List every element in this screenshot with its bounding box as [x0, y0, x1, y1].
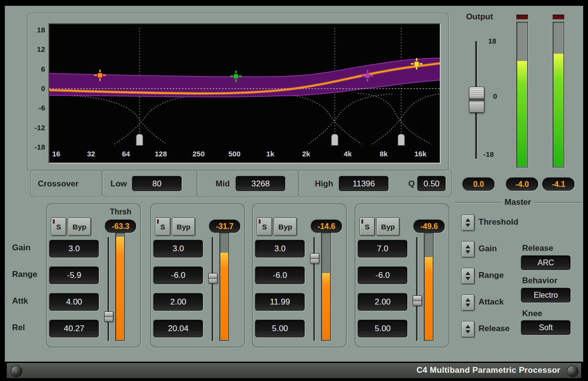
x-tick: 2k [302, 150, 310, 158]
output-fader-thumb[interactable] [469, 87, 484, 113]
output-gain-readout[interactable]: 0.0 [463, 178, 495, 191]
band3-bypass-button[interactable]: Byp [274, 217, 297, 236]
release-mode-button[interactable]: ARC [521, 256, 571, 270]
band1-gain-display[interactable]: 3.0 [49, 240, 99, 258]
band2-solo-button[interactable]: S [155, 217, 170, 236]
wavesystem-icon-right[interactable] [567, 366, 578, 377]
crossover-mid-display[interactable]: 3268 [236, 176, 285, 191]
release-mode-label: Release [522, 244, 553, 253]
master-release-spinner[interactable] [461, 321, 475, 337]
knee-button[interactable]: Soft [521, 320, 571, 335]
band2-threshold-display[interactable]: -31.7 [209, 220, 240, 233]
y-tick: -12 [27, 123, 45, 132]
output-label: Output [455, 12, 504, 22]
graph-canvas [49, 24, 440, 163]
range-row-label: Range [12, 270, 37, 279]
crossover-low-display[interactable]: 80 [132, 176, 182, 191]
clip-led-right[interactable] [553, 15, 564, 19]
band4-threshold-display[interactable]: -49.6 [414, 220, 445, 233]
master-gain-label: Gain [479, 244, 497, 254]
master-gain-spinner[interactable] [461, 241, 475, 258]
band1-range-display[interactable]: -5.9 [49, 267, 99, 284]
y-tick: 12 [27, 45, 45, 53]
q-display[interactable]: 0.50 [418, 176, 446, 191]
slider-track [108, 237, 109, 341]
band4-slider-thumb[interactable] [413, 295, 422, 306]
legend-line [454, 202, 501, 203]
band3-threshold-display[interactable]: -14.6 [311, 220, 342, 233]
crossover-label: Crossover [38, 179, 78, 189]
crossover-high-handle[interactable] [398, 134, 404, 146]
band1-threshold-slider[interactable] [104, 236, 113, 342]
band4-gain-display[interactable]: 7.0 [358, 240, 407, 258]
master-legend: Master [454, 198, 581, 207]
bypass-button-label: Byp [381, 223, 395, 231]
solo-led-icon [361, 219, 363, 224]
band2-gain-display[interactable]: 3.0 [154, 240, 203, 258]
band2-release-display[interactable]: 20.04 [154, 320, 203, 337]
fader-scale-tick: 18 [488, 37, 496, 45]
band2-slider-thumb[interactable] [208, 273, 217, 284]
q-label: Q [408, 179, 415, 189]
band2-attack-display[interactable]: 2.00 [154, 293, 203, 311]
arrow-up-icon [465, 245, 470, 248]
crossover-low-label: Low [110, 179, 127, 189]
knee-label: Knee [522, 309, 542, 319]
slider-track [416, 237, 418, 341]
band4-bypass-button[interactable]: Byp [376, 217, 400, 236]
master-threshold-spinner[interactable] [461, 214, 475, 231]
output-fader[interactable] [469, 41, 483, 159]
band3-threshold-slider[interactable] [309, 236, 319, 342]
band1-release-display[interactable]: 40.27 [49, 320, 99, 337]
band1-slider-thumb[interactable] [104, 311, 113, 322]
band3-attack-display[interactable]: 11.99 [255, 293, 305, 311]
bypass-button-label: Byp [279, 223, 292, 231]
crossover-low-handle[interactable] [136, 134, 143, 146]
solo-button-label: S [56, 223, 61, 231]
band3-slider-thumb[interactable] [310, 253, 319, 264]
band1-bypass-button[interactable]: Byp [68, 217, 91, 236]
master-range-spinner[interactable] [461, 268, 475, 284]
crossover-high-display[interactable]: 11396 [339, 176, 388, 191]
arrow-up-icon [465, 272, 470, 275]
band2-bypass-button[interactable]: Byp [172, 217, 195, 236]
master-threshold-label: Threshold [479, 217, 518, 227]
band4-range-display[interactable]: -6.0 [358, 267, 407, 284]
solo-led-icon [259, 219, 261, 224]
band3-release-display[interactable]: 5.00 [255, 320, 305, 337]
fader-scale-tick: 0 [493, 92, 497, 100]
x-tick: 500 [228, 150, 240, 158]
crossover-mid-handle[interactable] [331, 134, 338, 146]
band4-threshold-slider[interactable] [412, 236, 422, 342]
wavesystem-icon-left[interactable] [11, 366, 22, 377]
band2-panel: S Byp -31.7 3.0 -6.0 2.00 20.04 [150, 203, 245, 348]
behavior-button[interactable]: Electro [521, 288, 571, 303]
master-range-label: Range [479, 271, 504, 280]
output-peak-right-readout[interactable]: -4.1 [542, 178, 574, 191]
band4-meter [424, 232, 433, 341]
band4-solo-button[interactable]: S [359, 217, 375, 236]
band2-threshold-slider[interactable] [208, 236, 217, 342]
y-tick: 18 [27, 26, 45, 34]
band1-threshold-display[interactable]: -63.3 [105, 220, 136, 233]
release-row-label: Rel [12, 323, 25, 333]
band1-meter-fill [116, 237, 124, 340]
band1-solo-button[interactable]: S [51, 217, 66, 236]
slider-track [212, 237, 213, 341]
band4-release-display[interactable]: 5.00 [358, 320, 407, 337]
band1-attack-display[interactable]: 4.00 [49, 293, 99, 311]
x-tick: 8k [380, 150, 388, 158]
band2-range-display[interactable]: -6.0 [154, 267, 203, 284]
master-attack-spinner[interactable] [461, 294, 475, 311]
band2-meter [219, 232, 229, 341]
x-tick: 32 [87, 150, 95, 158]
y-tick: -18 [27, 143, 45, 151]
clip-led-left[interactable] [516, 15, 528, 19]
arrow-up-icon [465, 325, 470, 328]
output-peak-left-readout[interactable]: -4.0 [506, 178, 538, 191]
band3-range-display[interactable]: -6.0 [255, 267, 305, 284]
band3-solo-button[interactable]: S [257, 217, 272, 236]
band4-attack-display[interactable]: 2.00 [358, 293, 407, 311]
crossover-mid-label: Mid [216, 179, 230, 189]
band3-gain-display[interactable]: 3.0 [255, 240, 305, 258]
